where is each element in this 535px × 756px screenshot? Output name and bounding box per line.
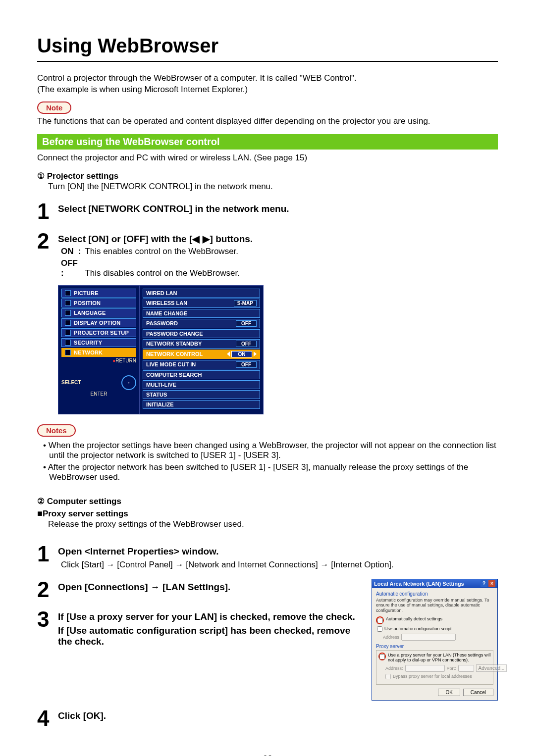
osd-left-item: PROJECTOR SETUP xyxy=(61,328,136,337)
proxy-address-label: Address: xyxy=(385,666,403,671)
osd-value: OFF xyxy=(236,361,257,368)
osd-right-label: INITIALIZE xyxy=(146,402,174,407)
osd-right-row: NAME CHANGE xyxy=(143,309,260,318)
note-text: The functions that can be operated and c… xyxy=(37,116,498,127)
proxy-step-1-title: Open <Internet Properties> window. xyxy=(58,546,498,557)
proxy-address-row: Address: Port: Advanced... xyxy=(385,664,491,672)
value-with-arrows: ON xyxy=(227,351,257,357)
red-circle-marker-1 xyxy=(376,616,384,624)
dialog-titlebar: Local Area Network (LAN) Settings ? × xyxy=(372,579,497,588)
osd-left-label: PICTURE xyxy=(74,290,99,296)
osd-left-label: POSITION xyxy=(74,300,101,306)
osd-left-item: POSITION xyxy=(61,299,136,307)
bypass-label: Bypass proxy server for local addresses xyxy=(393,674,472,679)
script-address-row: Address xyxy=(383,634,493,641)
step-2-title-b: ] buttons. xyxy=(210,234,253,244)
circled-1: ① xyxy=(37,171,45,181)
osd-right-row: NETWORK CONTROLON xyxy=(143,350,260,359)
notes-list: • When the projector settings have been … xyxy=(37,441,498,482)
osd-right-label: NETWORK STANDBY xyxy=(146,341,202,347)
dialog-title: Local Area Network (LAN) Settings xyxy=(374,581,464,587)
osd-right-row: WIRELESS LANS-MAP xyxy=(143,299,260,308)
use-proxy-checkbox[interactable] xyxy=(379,654,385,659)
notes-badge: Notes xyxy=(37,424,76,437)
return-row: ● RETURN xyxy=(61,358,136,363)
menu-icon xyxy=(65,290,71,296)
step-2-title: Select [ON] or [OFF] with the [◀ ▶] butt… xyxy=(58,233,498,245)
use-proxy-label: Use a proxy server for your LAN (These s… xyxy=(388,653,491,662)
address-label: Address xyxy=(383,635,399,640)
osd-right-row: COMPUTER SEARCH xyxy=(143,370,260,379)
osd-right-label: LIVE MODE CUT IN xyxy=(146,361,196,367)
off-row: OFF : This disables control on the WebBr… xyxy=(61,258,498,278)
osd-right-label: PASSWORD CHANGE xyxy=(146,331,203,337)
osd-right-row: STATUS xyxy=(143,390,260,399)
proxy-address-input[interactable] xyxy=(405,665,445,672)
proxy-port-input[interactable] xyxy=(458,665,474,672)
enter-label: ENTER xyxy=(61,391,136,397)
osd-right-row: INITIALIZE xyxy=(143,400,260,409)
proxy-step-3-title-b: If [Use automatic configuration script] … xyxy=(58,625,362,647)
menu-icon xyxy=(65,320,71,326)
menu-icon xyxy=(65,330,71,336)
use-script-checkbox[interactable] xyxy=(377,626,382,632)
osd-value: S-MAP xyxy=(234,300,257,306)
auto-detect-checkbox[interactable] xyxy=(377,618,383,623)
menu-icon xyxy=(65,340,71,346)
autoconfig-heading: Automatic configuration xyxy=(376,591,493,597)
osd-right-row: WIRED LAN xyxy=(143,289,260,298)
off-label: OFF : xyxy=(61,258,83,278)
black-square-icon: ■ xyxy=(37,508,43,518)
arrow-icons: ◀ ▶ xyxy=(192,234,210,244)
osd-right-row: PASSWORDOFF xyxy=(143,319,260,328)
osd-right-label: WIRED LAN xyxy=(146,290,177,296)
proxy-step-3-title-a: If [Use a proxy server for your LAN] is … xyxy=(58,611,362,622)
select-enter-hint: SELECT◦ xyxy=(61,375,136,390)
osd-left-label: DISPLAY OPTION xyxy=(74,320,121,326)
on-label: ON : xyxy=(61,247,83,256)
return-label: RETURN xyxy=(115,358,136,363)
osd-left-label: SECURITY xyxy=(74,340,102,346)
osd-right-row: LIVE MODE CUT INOFF xyxy=(143,360,260,369)
ok-button[interactable]: OK xyxy=(438,689,460,696)
step-2-number: 2 xyxy=(37,230,58,278)
bypass-checkbox[interactable] xyxy=(385,674,391,679)
proxy-port-label: Port: xyxy=(447,666,456,671)
proxy-step-1-number: 1 xyxy=(37,543,58,570)
projector-settings-text: Turn [ON] the [NETWORK CONTROL] in the n… xyxy=(48,181,498,193)
osd-right-label: WIRELESS LAN xyxy=(146,300,187,306)
osd-left-item: SECURITY xyxy=(61,338,136,347)
section-text: Connect the projector and PC with wired … xyxy=(37,152,498,164)
help-icon[interactable]: ? xyxy=(481,580,487,587)
osd-right-row: NETWORK STANDBYOFF xyxy=(143,339,260,349)
step-1-number: 1 xyxy=(37,201,58,222)
proxy-heading: ■Proxy server settings xyxy=(37,508,498,519)
auto-detect-label: Automatically detect settings xyxy=(386,616,442,621)
osd-left-label: PROJECTOR SETUP xyxy=(74,330,129,336)
intro-line-1: Control a projector through the WebBrows… xyxy=(37,73,498,84)
menu-icon xyxy=(65,350,71,355)
osd-left-label: LANGUAGE xyxy=(74,310,106,316)
use-script-row: Use automatic configuration script xyxy=(377,626,493,632)
right-arrow-icon xyxy=(254,352,257,356)
osd-left-item: DISPLAY OPTION xyxy=(61,318,136,327)
close-icon[interactable]: × xyxy=(488,580,495,587)
off-text: This disables control on the WebBrowser. xyxy=(85,268,239,278)
projector-settings-heading: ① Projector settings xyxy=(37,171,498,181)
osd-right-label: PASSWORD xyxy=(146,320,178,326)
proxy-heading-label: Proxy server settings xyxy=(43,509,128,518)
osd-value: ON xyxy=(231,351,252,357)
script-address-input[interactable] xyxy=(401,634,456,641)
osd-right-row: MULTI-LIVE xyxy=(143,380,260,389)
advanced-button[interactable]: Advanced... xyxy=(476,664,507,672)
cancel-button[interactable]: Cancel xyxy=(463,689,493,696)
proxy-step-2-number: 2 xyxy=(37,579,58,601)
osd-right-label: NAME CHANGE xyxy=(146,310,187,316)
osd-right-pane: WIRED LANWIRELESS LANS-MAPNAME CHANGEPAS… xyxy=(140,285,264,414)
osd-menu: PICTUREPOSITIONLANGUAGEDISPLAY OPTIONPRO… xyxy=(58,285,498,414)
osd-right-row: PASSWORD CHANGE xyxy=(143,329,260,338)
use-proxy-row: Use a proxy server for your LAN (These s… xyxy=(378,653,491,662)
bypass-row: Bypass proxy server for local addresses xyxy=(385,674,491,679)
osd-right-label: STATUS xyxy=(146,392,167,398)
page-title: Using WebBrowser xyxy=(37,35,498,62)
